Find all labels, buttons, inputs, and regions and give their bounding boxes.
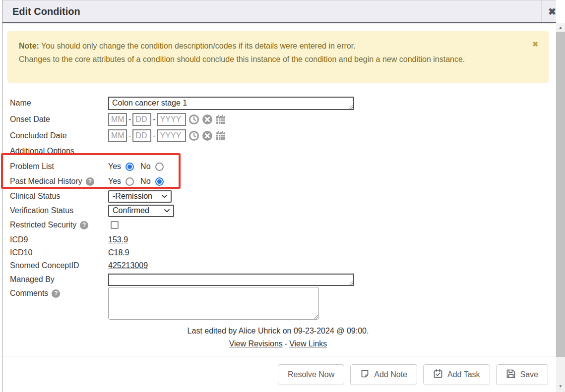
form-row-additional-options: Additional Options [10, 144, 546, 158]
note-page-icon [360, 369, 370, 381]
calendar-icon[interactable] [215, 130, 226, 141]
help-icon[interactable]: ? [80, 221, 88, 229]
pmh-no-label: No [140, 177, 150, 186]
form-row-problem-list: Problem List Yes No [10, 160, 546, 173]
date-separator: - [128, 131, 131, 140]
form-row-clinical-status: Clinical Status -Remission [10, 189, 546, 203]
pmh-yes-label: Yes [108, 177, 121, 186]
icd10-link[interactable]: C18.9 [108, 248, 129, 257]
clock-icon[interactable] [188, 114, 199, 125]
add-note-button[interactable]: Add Note [350, 364, 417, 385]
onset-month-input[interactable] [108, 113, 127, 126]
note-dismiss-icon[interactable]: ✖ [532, 40, 538, 48]
clock-icon[interactable] [188, 130, 199, 141]
clear-date-icon[interactable] [202, 114, 213, 125]
comments-label: Comments ? [10, 289, 108, 298]
pmh-no-radio[interactable] [155, 177, 164, 186]
note-banner: Note: You should only change the conditi… [7, 31, 549, 83]
help-icon[interactable]: ? [52, 289, 60, 298]
save-floppy-icon [506, 369, 516, 381]
note-label: Note: [19, 42, 39, 50]
chevron-down-icon [164, 209, 170, 213]
snomed-label: Snomed ConceptID [10, 261, 108, 270]
icd9-link[interactable]: 153.9 [108, 235, 128, 244]
managed-by-label: Managed By [10, 275, 108, 284]
pmh-yes-radio[interactable] [126, 177, 134, 186]
calendar-check-icon [433, 369, 443, 381]
managed-by-input[interactable] [108, 274, 354, 286]
comments-textarea[interactable] [108, 287, 319, 320]
problem-list-no-radio[interactable] [155, 163, 164, 171]
scrollbar[interactable]: ▲ ▼ [556, 23, 565, 392]
problem-list-label: Problem List [10, 162, 108, 171]
date-separator: - [128, 115, 131, 124]
clinical-status-select[interactable]: -Remission [108, 190, 172, 203]
onset-date-label: Onset Date [10, 115, 108, 124]
footer-button-row: Resolve Now Add Note Add Task Save [0, 364, 556, 385]
form-row-restricted-security: Restricted Security ? [10, 218, 546, 232]
problem-list-yes-radio[interactable] [126, 163, 134, 171]
date-separator: - [153, 131, 155, 140]
date-separator: - [153, 115, 155, 124]
view-revisions-link[interactable]: View Revisions [229, 339, 283, 348]
header-separator [542, 0, 542, 22]
snomed-concept-link[interactable]: 425213009 [108, 261, 148, 270]
additional-options-link[interactable]: Additional Options [10, 147, 74, 156]
icd9-label: ICD9 [10, 235, 108, 244]
onset-day-input[interactable] [132, 113, 151, 126]
problem-list-yes-label: Yes [108, 162, 121, 171]
chevron-down-icon [162, 195, 167, 198]
form-row-concluded-date: Concluded Date - - [10, 129, 546, 143]
form-row-icd9: ICD9 153.9 [10, 233, 546, 247]
onset-year-input[interactable] [157, 113, 186, 126]
help-icon[interactable]: ? [86, 177, 94, 186]
form-row-managed-by: Managed By [10, 273, 546, 286]
concluded-date-label: Concluded Date [10, 131, 108, 140]
form-row-snomed: Snomed ConceptID 425213009 [10, 259, 546, 273]
concluded-month-input[interactable] [108, 129, 127, 142]
form-row-verification-status: Verification Status Confirmed [10, 204, 546, 218]
restricted-security-checkbox[interactable] [111, 221, 119, 229]
scroll-up-arrow[interactable]: ▲ [556, 23, 565, 32]
close-icon[interactable]: ✖ [546, 0, 559, 23]
footer-divider [0, 356, 556, 356]
links-separator: - [285, 339, 287, 348]
clinical-status-label: Clinical Status [10, 192, 108, 201]
problem-list-no-label: No [140, 162, 150, 171]
name-input[interactable] [108, 97, 354, 110]
verification-status-select[interactable]: Confirmed [108, 205, 174, 217]
form-row-name: Name [10, 96, 546, 110]
scroll-down-arrow[interactable]: ▼ [556, 382, 565, 391]
past-medical-history-label: Past Medical History ? [10, 177, 108, 186]
name-label: Name [10, 99, 108, 108]
scrollbar-thumb[interactable] [556, 32, 565, 357]
calendar-check-icon-button[interactable]: Add Task [423, 364, 490, 385]
restricted-security-label: Restricted Security ? [10, 221, 108, 229]
concluded-day-input[interactable] [132, 129, 151, 142]
view-links-link[interactable]: View Links [289, 339, 327, 348]
form-row-past-medical-history: Past Medical History ? Yes No [10, 174, 546, 188]
footer-links: View Revisions-View Links [0, 339, 556, 348]
note-line1: Note: You should only change the conditi… [19, 39, 494, 53]
form-row-onset-date: Onset Date - - [10, 112, 546, 126]
dialog-header: Edit Condition ✖ [2, 0, 556, 23]
concluded-year-input[interactable] [157, 129, 186, 142]
icd10-label: ICD10 [10, 248, 108, 257]
resolve-now-button[interactable]: Resolve Now [278, 364, 344, 385]
edit-condition-dialog: Edit Condition ✖ Note: You should only c… [0, 0, 565, 392]
last-edited-text: Last edited by Alice Uhrick on 09-23-202… [0, 327, 556, 336]
note-line2: Changes to the core attributes of a cond… [19, 53, 494, 66]
dialog-title: Edit Condition [12, 6, 80, 17]
form-row-icd10: ICD10 C18.9 [10, 246, 546, 260]
calendar-icon[interactable] [215, 114, 226, 125]
save-button[interactable]: Save [496, 364, 548, 385]
verification-status-label: Verification Status [10, 206, 108, 215]
clear-date-icon[interactable] [202, 130, 213, 141]
form-row-comments: Comments ? [10, 287, 546, 322]
